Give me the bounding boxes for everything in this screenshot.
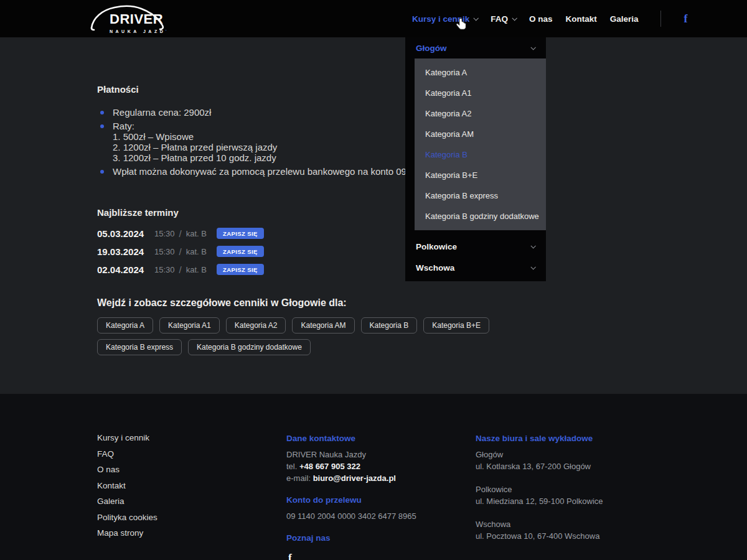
office-address: ul. Kotlarska 13, 67-200 Głogów	[476, 460, 603, 472]
email-label: e-mail:	[286, 474, 313, 483]
bullet-dot-icon	[100, 111, 104, 114]
table-row: 05.03.2024 15:30 / kat. B ZAPISZ SIĘ	[97, 227, 264, 240]
bullet-text: 2. 1200zł – Płatna przed pierwszą jazdy	[113, 142, 277, 152]
bullet-text: 3. 1200zł – Płatna przed 10 godz. jazdy	[113, 152, 277, 163]
footer-spacer	[476, 472, 603, 483]
nav-item-kursy-i-cennik[interactable]: Kursy i cennik	[412, 14, 477, 24]
pricing-button-kategoria-b-godziny-dodatkowe[interactable]: Kategoria B godziny dodatkowe	[188, 339, 311, 355]
terms-list: 05.03.2024 15:30 / kat. B ZAPISZ SIĘ 19.…	[97, 227, 264, 281]
car-outline-logo-icon: DRIVER NAUKA JAZDY	[88, 2, 166, 36]
footer-contact-column: Dane kontaktowe DRIVER Nauka Jazdy tel. …	[286, 434, 416, 560]
footer-link-galeria[interactable]: Galeria	[97, 493, 157, 510]
main-content: Płatności Regularna cena: 2900zł Raty: 1…	[0, 37, 747, 394]
pricing-button-kategoria-a[interactable]: Kategoria A	[97, 317, 153, 334]
footer-link-mapa-strony[interactable]: Mapa strony	[97, 525, 157, 541]
term-category: kat. B	[186, 265, 207, 274]
footer-link-o-nas[interactable]: O nas	[97, 462, 157, 478]
phone-line: tel. +48 667 905 322	[286, 460, 416, 472]
nav-item-label: Galeria	[610, 14, 639, 24]
dropdown-spacer	[405, 230, 546, 236]
terms-heading: Najbliższe terminy	[97, 207, 179, 218]
term-date: 02.04.2024	[97, 264, 151, 275]
submenu-item-kategoria-b-express[interactable]: Kategoria B express	[415, 185, 546, 206]
pricing-button-kategoria-a1[interactable]: Kategoria A1	[159, 317, 220, 334]
nav-divider	[660, 11, 661, 27]
chevron-down-icon	[474, 16, 479, 21]
nav-item-galeria[interactable]: Galeria	[610, 14, 639, 24]
term-separator: /	[179, 228, 182, 239]
submenu-item-kategoria-b+e[interactable]: Kategoria B+E	[415, 165, 546, 185]
glogow-submenu: Kategoria A Kategoria A1 Kategoria A2 Ka…	[415, 58, 546, 230]
table-row: 19.03.2024 15:30 / kat. B ZAPISZ SIĘ	[97, 245, 264, 258]
term-separator: /	[179, 264, 182, 275]
bullet-text: 1. 500zł – Wpisowe	[113, 131, 277, 142]
logo-subtitle: NAUKA JAZDY	[110, 29, 166, 34]
bullet-dot-icon	[100, 124, 104, 128]
main-nav-menu: Kursy i cennik FAQ O nas Kontakt Galeria…	[412, 0, 688, 37]
pricing-button-kategoria-b+e[interactable]: Kategoria B+E	[423, 317, 489, 334]
bullet-text: Regularna cena: 2900zł	[113, 107, 211, 118]
pricing-category-buttons: Kategoria A Kategoria A1 Kategoria A2 Ka…	[97, 317, 570, 355]
pricing-heading: Wejdź i zobacz szczegółowe cenniki w Gło…	[97, 297, 347, 309]
pricing-button-kategoria-a2[interactable]: Kategoria A2	[226, 317, 286, 334]
signup-button[interactable]: ZAPISZ SIĘ	[217, 246, 264, 257]
chevron-down-icon	[530, 45, 535, 50]
term-separator: /	[179, 246, 182, 257]
term-time: 15:30	[154, 247, 175, 256]
nav-item-faq[interactable]: FAQ	[491, 14, 516, 24]
footer-spacer	[476, 507, 603, 518]
nav-item-label: FAQ	[491, 14, 508, 24]
nav-item-kontakt[interactable]: Kontakt	[566, 14, 597, 24]
email-line: e-mail: biuro@driver-jazda.pl	[286, 472, 416, 484]
contact-heading: Dane kontaktowe	[286, 434, 416, 443]
submenu-item-kategoria-a[interactable]: Kategoria A	[415, 62, 546, 83]
city-label: Wschowa	[416, 263, 454, 273]
table-row: 02.04.2024 15:30 / kat. B ZAPISZ SIĘ	[97, 263, 264, 276]
facebook-icon[interactable]: f	[684, 12, 688, 26]
office-address: ul. Pocztowa 10, 67-400 Wschowa	[476, 530, 603, 542]
footer-link-kursy-i-cennik[interactable]: Kursy i cennik	[97, 430, 157, 446]
term-date: 05.03.2024	[97, 228, 151, 239]
office-city: Głogów	[476, 449, 603, 460]
term-category: kat. B	[186, 229, 207, 238]
nav-item-label: Kontakt	[566, 14, 597, 24]
nav-item-o-nas[interactable]: O nas	[529, 14, 553, 24]
page-footer: Kursy i cennik FAQ O nas Kontakt Galeria…	[0, 394, 747, 560]
email-address[interactable]: biuro@driver-jazda.pl	[313, 474, 396, 483]
pricing-button-kategoria-am[interactable]: Kategoria AM	[292, 317, 354, 334]
driver-logo[interactable]: DRIVER NAUKA JAZDY	[88, 2, 166, 39]
footer-links-column: Kursy i cennik FAQ O nas Kontakt Galeria…	[97, 430, 157, 541]
social-heading: Poznaj nas	[286, 533, 416, 543]
office-address: ul. Miedziana 12, 59-100 Polkowice	[476, 495, 603, 507]
pricing-button-kategoria-b[interactable]: Kategoria B	[361, 317, 418, 334]
company-name: DRIVER Nauka Jazdy	[286, 449, 416, 460]
term-time: 15:30	[154, 229, 175, 238]
footer-link-faq[interactable]: FAQ	[97, 446, 157, 462]
term-date: 19.03.2024	[97, 246, 151, 257]
phone-number[interactable]: +48 667 905 322	[299, 462, 360, 471]
dropdown-city-glogow[interactable]: Głogów	[405, 37, 546, 58]
submenu-item-kategoria-a1[interactable]: Kategoria A1	[415, 83, 546, 103]
city-label: Polkowice	[416, 242, 457, 251]
pricing-button-kategoria-b-express[interactable]: Kategoria B express	[97, 339, 182, 355]
signup-button[interactable]: ZAPISZ SIĘ	[217, 228, 264, 239]
nav-item-label: O nas	[529, 14, 553, 24]
office-city: Polkowice	[476, 483, 603, 495]
footer-spacer	[286, 484, 416, 495]
payments-heading: Płatności	[97, 84, 139, 95]
dropdown-city-wschowa[interactable]: Wschowa	[405, 257, 546, 278]
submenu-item-kategoria-b-godziny-dodatkowe[interactable]: Kategoria B godziny dodatkowe	[415, 206, 546, 226]
bullet-text: Raty:	[113, 121, 277, 131]
office-city: Wschowa	[476, 518, 603, 530]
submenu-item-kategoria-a2[interactable]: Kategoria A2	[415, 103, 546, 124]
submenu-item-kategoria-b[interactable]: Kategoria B	[415, 144, 546, 165]
signup-button[interactable]: ZAPISZ SIĘ	[217, 264, 264, 275]
footer-link-kontakt[interactable]: Kontakt	[97, 478, 157, 494]
facebook-icon[interactable]: f	[288, 552, 292, 560]
top-navbar: DRIVER NAUKA JAZDY Kursy i cennik FAQ O …	[0, 0, 747, 37]
term-category: kat. B	[186, 247, 207, 256]
dropdown-city-polkowice[interactable]: Polkowice	[405, 236, 546, 257]
footer-link-polityka-cookies[interactable]: Polityka cookies	[97, 510, 157, 526]
term-time: 15:30	[154, 265, 175, 274]
submenu-item-kategoria-am[interactable]: Kategoria AM	[415, 124, 546, 144]
